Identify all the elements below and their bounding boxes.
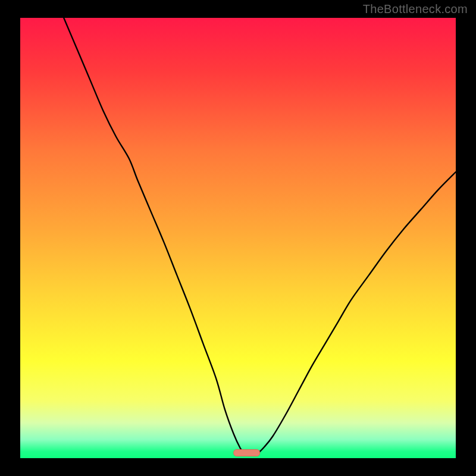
plot-background — [20, 18, 456, 458]
chart-root: TheBottleneck.com — [0, 0, 476, 476]
bottleneck-chart — [0, 0, 476, 476]
optimum-marker — [234, 450, 260, 456]
